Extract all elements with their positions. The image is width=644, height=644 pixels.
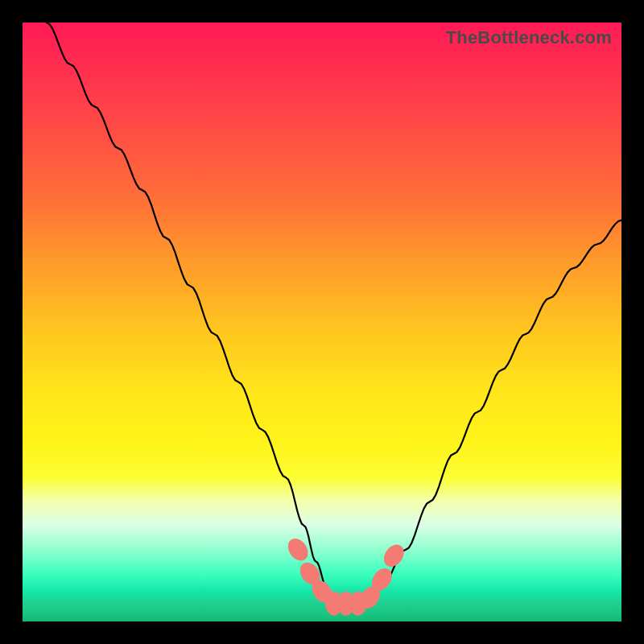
curve-marker: [284, 535, 312, 564]
chart-frame: TheBottleneck.com: [0, 0, 644, 644]
curve-path: [47, 23, 621, 609]
curve-marker: [380, 541, 408, 571]
plot-area: TheBottleneck.com: [23, 23, 621, 621]
bottleneck-curve: [23, 23, 621, 621]
